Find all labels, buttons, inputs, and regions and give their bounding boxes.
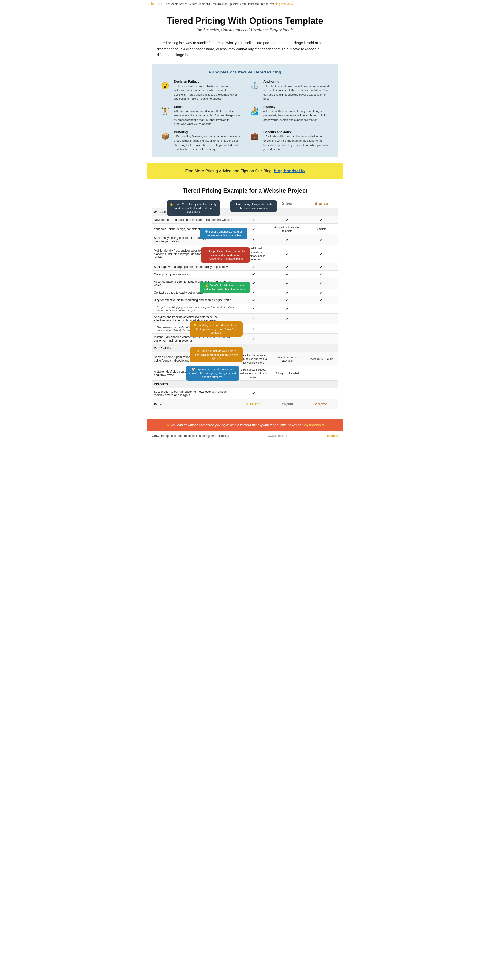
main-header: Tiered Pricing With Options Template for… xyxy=(147,8,343,38)
gold-cell: ✔ xyxy=(236,388,270,399)
bronze-cell: ✔ xyxy=(304,289,338,296)
silver-cell: 1 blog post included xyxy=(270,366,304,381)
bronze-cell: ✔ xyxy=(304,263,338,271)
bronze-cell: ✔ xyxy=(304,216,338,224)
principle-desc-1: – The first example we see will become a… xyxy=(263,84,331,101)
page-title: Tiered Pricing With Options Template xyxy=(157,16,333,26)
logo: bondsai xyxy=(151,2,162,6)
silver-cell: ✔ xyxy=(270,216,304,224)
gold-cell: ✔ xyxy=(236,263,270,271)
feature-cell: Development and building of a modern, fa… xyxy=(152,216,236,224)
price-row: Price € 14,750 €9,880 € 5,290 xyxy=(152,399,338,409)
principles-heading: Principles of Effective Tiered Pricing xyxy=(159,70,331,75)
table-row: Start page with a large picture and the … xyxy=(152,263,338,271)
callout-experiment: 🎲 Experiment: Try odd prices and conside… xyxy=(186,366,239,381)
principle-title-4: Bundling xyxy=(174,130,241,134)
bronze-cell: Template xyxy=(304,224,338,234)
principle-text-3: Fluency – The smoother and more fluently… xyxy=(263,105,331,122)
col-bronze-header: Bronze xyxy=(304,199,338,208)
footer-website: www.bondsai.io xyxy=(268,434,288,438)
bronze-cell: ✔ xyxy=(304,245,338,263)
principle-item-0: 😮 Decision Fatigue – The idea that we ha… xyxy=(159,80,241,101)
silver-cell: ✔ xyxy=(270,313,304,324)
callout-benefit1: 💎 Benefit: Emphasize features that are v… xyxy=(200,228,247,239)
principle-text-0: Decision Fatigue – The idea that we have… xyxy=(174,80,241,101)
feature-cell: Gallery with previous work xyxy=(152,271,236,278)
principle-desc-2: – Items that have required more effort t… xyxy=(174,109,241,126)
pricing-section: Tiered Pricing Example for a Website Pro… xyxy=(147,185,343,417)
blog-link-yellow[interactable]: blog.bondsai.io xyxy=(274,169,305,173)
bronze-cell xyxy=(304,366,338,381)
feature-cell: Subscription to our VIP customer newslet… xyxy=(152,388,236,399)
bronze-cell: Technical SEO audit xyxy=(304,352,338,366)
table-row: Analytics and tracking of visitors to de… xyxy=(152,313,338,324)
principle-item-2: 🏋️ Effort – Items that have required mor… xyxy=(159,105,241,126)
section-insights-label: INSIGHTS xyxy=(152,381,338,388)
principle-title-0: Decision Fatigue xyxy=(174,80,241,83)
price-bronze: € 5,290 xyxy=(304,399,338,409)
table-row: Development and building of a modern, fa… xyxy=(152,216,338,224)
principle-desc-0: – The idea that we have a limited amount… xyxy=(174,84,241,101)
bronze-cell: ✔ xyxy=(304,271,338,278)
principles-grid: 😮 Decision Fatigue – The idea that we ha… xyxy=(159,80,331,151)
gold-cell: ✔ xyxy=(236,216,270,224)
section-marketing: MARKETING xyxy=(152,344,338,352)
silver-cell: ✔ xyxy=(270,245,304,263)
bronze-cell: ✔ xyxy=(304,278,338,289)
silver-cell xyxy=(270,388,304,399)
bronze-cell xyxy=(304,313,338,324)
principle-title-2: Effort xyxy=(174,105,241,108)
blog-link-top[interactable]: blog.bondsai.io xyxy=(275,2,293,6)
callout-anchoring: ⬇ Anchoring: Always start with the most … xyxy=(230,200,277,212)
silver-cell xyxy=(270,334,304,344)
principle-title-1: Anchoring xyxy=(263,80,331,83)
orange-banner: ⚡ You can download this tiered pricing e… xyxy=(147,419,343,431)
top-banner: bondsai Actionable Advice, Guides, Tools… xyxy=(147,0,343,8)
price-gold: € 14,750 xyxy=(236,399,270,409)
principle-item-1: ⚓ Anchoring – The first example we see w… xyxy=(249,80,331,101)
price-label: Price xyxy=(152,399,236,409)
silver-cell: ✔ xyxy=(270,263,304,271)
footer-tagline: Grow stronger customer relationships for… xyxy=(152,434,229,438)
bronze-cell xyxy=(304,388,338,399)
section-marketing-label: MARKETING xyxy=(152,344,338,352)
fluency-icon: 🏄 xyxy=(249,105,261,117)
section-insights: INSIGHTS xyxy=(152,381,338,388)
table-row-sub: Blog readers can subscribe to blog posts… xyxy=(152,324,338,334)
bronze-cell: ✔ xyxy=(304,296,338,304)
principle-item-4: 📦 Bundling – By bundling features, you c… xyxy=(159,130,241,151)
table-row: A starter kit of blog content to kicksta… xyxy=(152,366,338,381)
table-container: 💪 Effort: Make the options feel "meaty" … xyxy=(152,199,338,409)
principle-title-3: Fluency xyxy=(263,105,331,108)
table-row: Subscription to our VIP customer newslet… xyxy=(152,388,338,399)
price-silver: €9,880 xyxy=(270,399,304,409)
gold-cell: ✔ xyxy=(236,271,270,278)
feature-cell-sub: Easy to use blogging tool with video sup… xyxy=(152,304,236,313)
table-row: Search Engine Optimization (SEO) to incr… xyxy=(152,352,338,366)
bronze-cell xyxy=(304,334,338,344)
callout-bundling2: ✨ Bundling: Include your unique marketin… xyxy=(190,347,243,362)
gold-cell: ✔ xyxy=(236,296,270,304)
callout-benefit2: 💰 Benefit: Explain the business value, b… xyxy=(200,282,250,293)
yellow-banner: Find More Pricing Advice and Tips on Our… xyxy=(147,163,343,179)
gold-cell: 3 blog posts included, written for your … xyxy=(236,366,270,381)
tagline: Actionable Advice, Guides, Tools and Res… xyxy=(165,2,293,6)
silver-cell: ✔ xyxy=(270,234,304,245)
bronze-cell: ✔ xyxy=(304,234,338,245)
silver-cell xyxy=(270,324,304,334)
table-row-sub: Easy to use blogging tool with video sup… xyxy=(152,304,338,313)
principle-item-3: 🏄 Fluency – The smoother and more fluent… xyxy=(249,105,331,126)
principle-title-5: Benefits and Jobs xyxy=(263,130,331,134)
blog-link-orange[interactable]: blog.bondsai.io xyxy=(302,423,325,427)
bundling-icon: 📦 xyxy=(159,130,171,142)
silver-cell: ✔ xyxy=(270,304,304,313)
principle-desc-3: – The smoother and more fluently somethi… xyxy=(263,109,331,122)
callout-effort: 💪 Effort: Make the options feel "meaty" … xyxy=(167,200,221,216)
table-row: Gallery with previous work ✔ ✔ ✔ xyxy=(152,271,338,278)
benefits-icon: 💼 xyxy=(249,130,261,142)
effort-icon: 🏋️ xyxy=(159,105,171,117)
principles-section: Principles of Effective Tiered Pricing 😮… xyxy=(152,64,338,157)
bronze-cell xyxy=(304,324,338,334)
callout-helpfulness: ❗ Helpfulness: Don't assume the client u… xyxy=(201,247,250,262)
silver-cell: ✔ xyxy=(270,296,304,304)
